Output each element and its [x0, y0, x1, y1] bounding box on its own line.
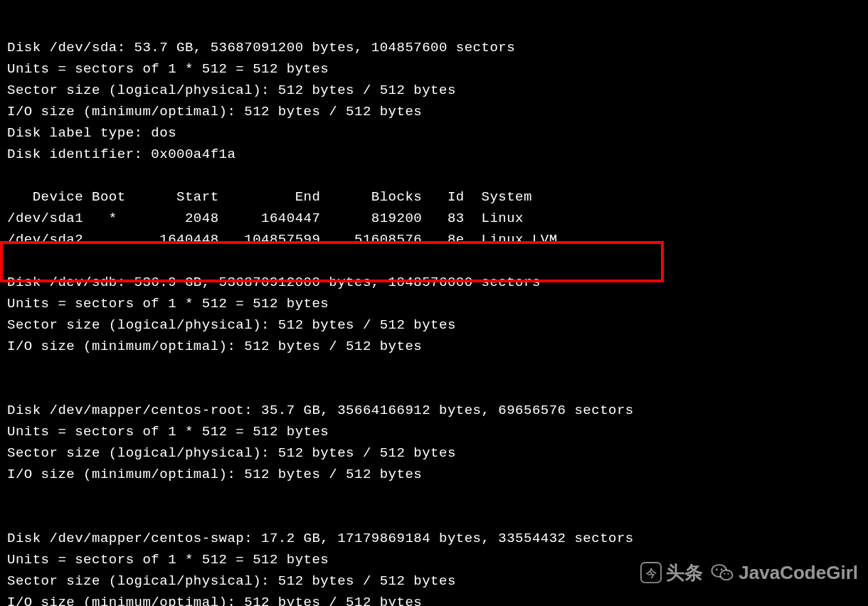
disk-sda-io-size: I/O size (minimum/optimal): 512 bytes / … [7, 104, 422, 119]
disk-sdb-sector-size: Sector size (logical/physical): 512 byte… [7, 317, 456, 333]
disk-centos-root-io-size: I/O size (minimum/optimal): 512 bytes / … [7, 467, 422, 482]
disk-centos-swap-header: Disk /dev/mapper/centos-swap: 17.2 GB, 1… [7, 531, 634, 546]
disk-sdb-io-size: I/O size (minimum/optimal): 512 bytes / … [7, 339, 422, 354]
terminal-output: Disk /dev/sda: 53.7 GB, 53687091200 byte… [0, 0, 868, 606]
disk-centos-swap-units: Units = sectors of 1 * 512 = 512 bytes [7, 552, 329, 568]
disk-sda-label-type: Disk label type: dos [7, 125, 176, 141]
partition-row-sda2: /dev/sda2 1640448 104857599 51608576 8e … [7, 232, 558, 248]
disk-centos-swap-sector-size: Sector size (logical/physical): 512 byte… [7, 573, 456, 589]
disk-centos-root-header: Disk /dev/mapper/centos-root: 35.7 GB, 3… [7, 403, 634, 418]
disk-sda-sector-size: Sector size (logical/physical): 512 byte… [7, 83, 456, 98]
disk-sda-identifier: Disk identifier: 0x000a4f1a [7, 147, 235, 162]
partition-table-header: Device Boot Start End Blocks Id System [7, 189, 532, 205]
disk-centos-root-units: Units = sectors of 1 * 512 = 512 bytes [7, 424, 329, 440]
disk-centos-root-sector-size: Sector size (logical/physical): 512 byte… [7, 445, 456, 461]
disk-sda-header: Disk /dev/sda: 53.7 GB, 53687091200 byte… [7, 40, 515, 55]
disk-centos-swap-io-size: I/O size (minimum/optimal): 512 bytes / … [7, 595, 422, 606]
disk-sda-units: Units = sectors of 1 * 512 = 512 bytes [7, 61, 329, 77]
disk-sdb-units: Units = sectors of 1 * 512 = 512 bytes [7, 296, 329, 312]
disk-sdb-header: Disk /dev/sdb: 536.9 GB, 536870912000 by… [7, 275, 541, 290]
partition-row-sda1: /dev/sda1 * 2048 1640447 819200 83 Linux [7, 211, 524, 226]
